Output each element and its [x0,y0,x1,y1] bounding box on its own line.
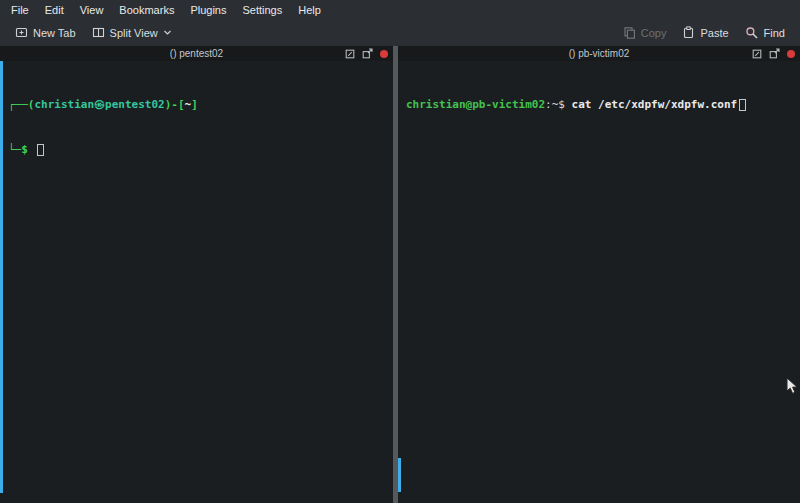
terminal-screen-pentest02[interactable]: ┌──(christian㉿pentest02)-[~] └─$ [0,61,393,193]
pane-title: () pb-victim02 [569,48,630,59]
close-split-button[interactable] [787,50,795,58]
pane-header-pb-victim02[interactable]: () pb-victim02 [398,46,800,61]
new-tab-button[interactable]: New Tab [8,22,83,43]
terminal-cursor [739,99,746,111]
chevron-down-icon [163,28,172,37]
terminal-splits: () pentest02 ┌──(christian㉿p [0,46,800,503]
maximize-split-icon[interactable] [752,49,762,59]
toolbar: New Tab Split View Copy [0,19,800,46]
scrollbar-thumb[interactable] [398,458,401,492]
terminal-pane-pentest02: () pentest02 ┌──(christian㉿p [0,46,393,503]
split-view-icon [92,26,105,39]
menu-help[interactable]: Help [290,2,329,18]
menu-settings[interactable]: Settings [234,2,290,18]
new-tab-label: New Tab [33,27,76,39]
pane-title: () pentest02 [170,48,223,59]
split-view-button[interactable]: Split View [85,22,179,43]
terminal-screen-pb-victim02[interactable]: christian@pb-victim02:~$ cat /etc/xdpfw/… [398,61,800,148]
new-tab-icon [15,26,28,39]
detach-split-icon[interactable] [362,48,373,59]
paste-label: Paste [700,27,728,39]
copy-label: Copy [641,27,667,39]
terminal-cursor [37,144,44,156]
paste-icon [682,26,695,39]
terminal-pane-pb-victim02: () pb-victim02 christian@pb- [398,46,800,503]
copy-icon [623,26,636,39]
menubar: File Edit View Bookmarks Plugins Setting… [0,0,800,19]
menu-plugins[interactable]: Plugins [182,2,234,18]
terminal-line: ┌──(christian㉿pentest02)-[~] [8,97,391,112]
menu-bookmarks[interactable]: Bookmarks [111,2,182,18]
menu-view[interactable]: View [72,2,112,18]
find-label: Find [764,27,785,39]
copy-button[interactable]: Copy [616,22,674,43]
menu-edit[interactable]: Edit [37,2,72,18]
paste-button[interactable]: Paste [675,22,735,43]
find-icon [745,26,759,40]
pane-header-pentest02[interactable]: () pentest02 [0,46,393,61]
detach-split-icon[interactable] [769,48,780,59]
scrollbar-thumb[interactable] [0,61,3,493]
terminal-line: christian@pb-victim02:~$ cat /etc/xdpfw/… [406,97,798,112]
maximize-split-icon[interactable] [345,49,355,59]
find-button[interactable]: Find [738,22,792,44]
split-view-label: Split View [110,27,158,39]
close-split-button[interactable] [380,50,388,58]
terminal-line: └─$ [8,142,391,157]
menu-file[interactable]: File [3,2,37,18]
